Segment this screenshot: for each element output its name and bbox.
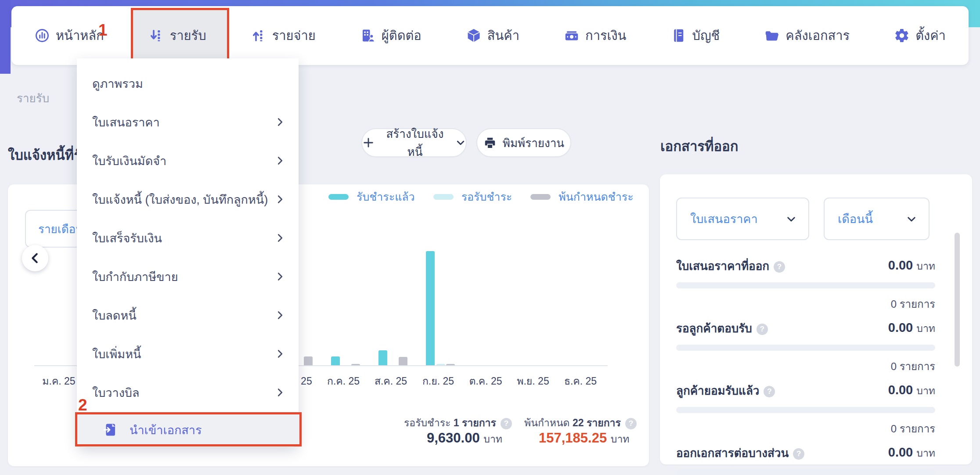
import-document-icon [102,422,117,437]
doc-row-value: 0.00 บาท [888,258,935,274]
document-stat-row-2: รอลูกค้าตอบรับ?0.00 บาท0 รายการ [676,319,935,381]
income-icon [148,28,164,43]
documents-issued-heading: เอกสารที่ออก [660,135,738,157]
awaiting-payment-value: 9,630.00 บาท [427,430,502,447]
chevron-left-icon [29,252,42,265]
chevron-right-icon [275,310,285,320]
overdue-label: พ้นกำหนด 22 รายการ? [524,415,637,431]
menu-item-8[interactable]: ใบเพิ่มหนี้ [77,335,299,373]
menu-item-2[interactable]: ใบเสนอราคา [77,103,299,141]
chevron-right-icon [275,117,285,127]
create-invoice-button[interactable]: สร้างใบแจ้งหนี้ [361,128,467,157]
chevron-down-icon [455,137,466,148]
legend-item-2[interactable]: รอรับชำระ [433,188,512,205]
x-axis-label: ต.ค. 25 [459,373,512,389]
doc-progress-bar [676,345,935,351]
help-icon[interactable]: ? [774,261,785,273]
overdue-value-unit: บาท [611,433,630,445]
nav-item-label: รายจ่าย [272,25,316,46]
legend-label: รอรับชำระ [461,188,512,205]
menu-item-label: ใบลดหนี้ [92,306,137,325]
chart-legend: รับชำระแล้วรอรับชำระพ้นกำหนดชำระ [328,188,634,205]
contacts-icon [360,28,376,43]
nav-item-9[interactable]: ตั้งค่า [894,25,946,46]
doc-row-label: ใบเสนอราคาที่ออก? [676,257,785,275]
menu-item-label: ใบเพิ่มหนี้ [92,345,141,363]
expense-icon [251,28,267,43]
scrollbar-thumb[interactable] [955,233,960,367]
nav-item-6[interactable]: การเงิน [564,25,626,46]
nav-item-7[interactable]: บัญชี [670,25,720,46]
bar-พ้นกำหนดชำระ-มิ.ย. 25 [304,356,313,366]
legend-swatch [530,194,551,200]
awaiting-value-unit: บาท [483,433,502,445]
nav-item-2[interactable]: รายรับ [148,25,206,46]
overdue-count: 22 รายการ [573,417,621,428]
menu-item-import-documents[interactable]: นำเข้าเอกสาร [77,414,299,445]
help-icon[interactable]: ? [625,418,637,429]
overdue-label-text: พ้นกำหนด [524,417,570,428]
chevron-right-icon [275,271,285,282]
navbar: หน้าหลักรายรับรายจ่ายผู้ติดต่อสินค้าการเ… [11,6,969,65]
document-type-select[interactable]: ใบเสนอราคา [676,198,809,240]
doc-row-head: ใบเสนอราคาที่ออก?0.00 บาท [676,257,935,275]
chevron-right-icon [275,349,285,359]
doc-progress-bar [676,282,935,288]
help-icon[interactable]: ? [793,448,804,460]
page-title: ใบแจ้งหนี้ที่รั [8,144,81,166]
import-documents-label: นำเข้าเอกสาร [130,421,202,439]
document-stat-row-4: ออกเอกสารต่อบางส่วน?0.00 บาท0 รายการ [676,444,935,475]
nav-item-1[interactable]: หน้าหลัก [34,25,104,46]
help-icon[interactable]: ? [757,324,768,335]
accounting-icon [670,28,686,43]
menu-item-3[interactable]: ใบรับเงินมัดจำ [77,141,299,180]
menu-item-label: ใบเสนอราคา [92,113,160,132]
awaiting-count: 1 รายการ [454,417,496,428]
menu-item-4[interactable]: ใบแจ้งหนี้ (ใบส่งของ, บันทึกลูกหนี้) [77,180,299,219]
create-invoice-label: สร้างใบแจ้งหนี้ [381,125,449,161]
legend-item-1[interactable]: รับชำระแล้ว [328,188,415,205]
nav-item-label: หน้าหลัก [56,25,104,46]
nav-item-3[interactable]: รายจ่าย [251,25,316,46]
help-icon[interactable]: ? [764,386,775,397]
nav-item-5[interactable]: สินค้า [466,25,519,46]
doc-row-value: 0.00 บาท [888,445,935,461]
doc-row-count: 0 รายการ [891,295,935,313]
x-axis-label: ก.ค. 25 [317,373,370,389]
documents-icon [764,28,780,43]
x-axis-label: ธ.ค. 25 [554,373,607,389]
help-icon[interactable]: ? [501,418,512,429]
doc-row-count: 0 รายการ [891,420,935,437]
document-period-select[interactable]: เดือนนี้ [824,198,930,240]
print-report-button[interactable]: พิมพ์รายงาน [476,128,571,157]
doc-row-value: 0.00 บาท [888,383,935,399]
chevron-down-icon [785,213,797,225]
nav-item-4[interactable]: ผู้ติดต่อ [360,25,422,46]
overdue-value-number: 157,185.25 [539,430,607,446]
menu-item-7[interactable]: ใบลดหนี้ [77,296,299,335]
bar-รับชำระแล้ว-ส.ค. 25 [378,350,387,366]
nav-item-label: คลังเอกสาร [785,25,850,46]
document-stat-row-1: ใบเสนอราคาที่ออก?0.00 บาท0 รายการ [676,257,935,318]
nav-item-label: ผู้ติดต่อ [382,25,422,46]
bar-รับชำระแล้ว-ก.ค. 25 [331,356,340,366]
doc-row-label: ออกเอกสารต่อบางส่วน? [676,444,804,462]
legend-item-3[interactable]: พ้นกำหนดชำระ [530,188,633,205]
menu-item-label: ดูภาพรวม [92,74,143,93]
x-axis-label: ส.ค. 25 [364,373,417,389]
menu-item-5[interactable]: ใบเสร็จรับเงิน [77,219,299,257]
nav-item-8[interactable]: คลังเอกสาร [764,25,850,46]
chart-prev-button[interactable] [22,245,48,271]
menu-item-6[interactable]: ใบกำกับภาษีขาย [77,257,299,296]
print-report-label: พิมพ์รายงาน [503,134,564,152]
x-axis-label: พ.ย. 25 [507,373,559,389]
products-icon [466,28,482,43]
menu-item-label: ใบแจ้งหนี้ (ใบส่งของ, บันทึกลูกหนี้) [92,190,268,209]
menu-item-1[interactable]: ดูภาพรวม [77,64,299,103]
document-period-value: เดือนนี้ [838,209,873,228]
doc-row-head: ลูกค้ายอมรับแล้ว?0.00 บาท [676,381,935,399]
menu-item-label: ใบรับเงินมัดจำ [92,151,166,170]
nav-item-label: สินค้า [487,25,519,46]
menu-item-9[interactable]: ใบวางบิล [77,373,299,412]
nav-item-label: บัญชี [692,25,720,46]
